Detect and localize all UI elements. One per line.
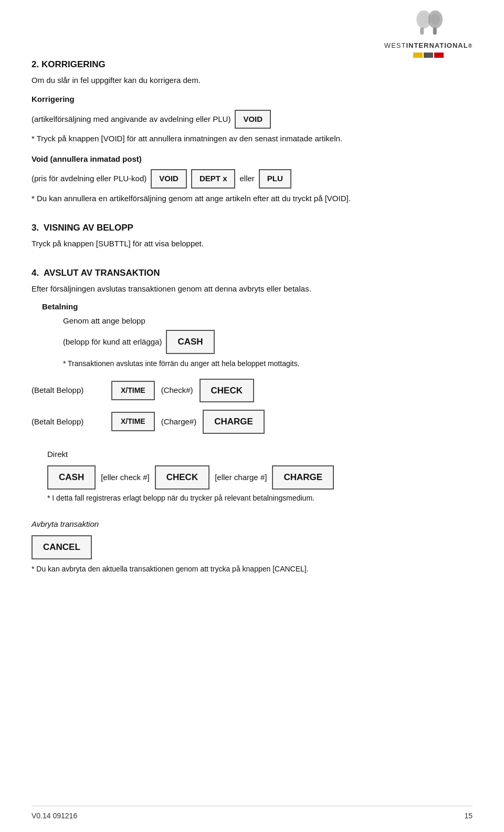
betalning-subsection: Betalning Genom att ange belopp (belopp … (32, 301, 472, 434)
avbryta-star-note: * Du kan avbryta den aktuella transaktio… (32, 564, 472, 575)
charge-key-1: CHARGE (203, 410, 265, 434)
svg-rect-5 (433, 27, 437, 35)
footer: V0.14 091216 15 (32, 806, 472, 821)
section-2-heading: 2. KORRIGERING (32, 58, 472, 71)
svg-point-3 (430, 14, 440, 26)
section-3-heading: 3. VISNING AV BELOPP (32, 221, 472, 235)
korrigering-row: Korrigering (32, 93, 472, 106)
betalt-belopp-label-1: (Betalt Belopp) (32, 384, 105, 397)
betalning-cash-row: (belopp för kund att erlägga) CASH (63, 330, 472, 354)
korrigering-desc1: (artikelförsäljning med angivande av avd… (32, 113, 230, 126)
section-2-intro: Om du slår in fel uppgifter kan du korri… (32, 75, 472, 87)
void-note: * Du kan annullera en artikelförsäljning… (32, 193, 472, 205)
cash-key-2: CASH (47, 465, 96, 490)
void-subsection: Void (annullera inmatad post) (pris för … (32, 153, 472, 205)
cancel-key: CANCEL (32, 535, 92, 559)
section-4-heading: 4. AVSLUT AV TRANSAKTION (32, 266, 472, 280)
direkt-section: Direkt CASH [eller check #] CHECK [eller… (32, 449, 472, 504)
direkt-label: Direkt (47, 449, 472, 461)
void-key-2: VOID (151, 169, 187, 189)
dept-x-key: DEPT x (191, 169, 236, 189)
page-number: 15 (464, 810, 472, 821)
section-3-title: VISNING AV BELOPP (44, 223, 133, 233)
betalning-label: Betalning (42, 301, 472, 313)
xtime-key-1: X/TIME (111, 381, 155, 400)
eller-charge-label: [eller charge #] (215, 472, 267, 484)
korrigering-note: * Tryck på knappen [VOID] för att annull… (32, 133, 472, 145)
xtime-key-2: X/TIME (111, 412, 155, 431)
plu-key: PLU (259, 169, 291, 189)
section-2: 2. KORRIGERING Om du slår in fel uppgift… (32, 58, 472, 204)
section-3-number: 3. (32, 223, 39, 233)
betalning-row1: Genom att ange belopp (63, 315, 472, 327)
charge-key-2: CHARGE (272, 465, 334, 490)
version-label: V0.14 091216 (32, 810, 77, 821)
check-key-2: CHECK (155, 465, 209, 490)
section-2-title: KORRIGERING (41, 59, 106, 69)
svg-rect-4 (420, 27, 424, 35)
section-4: 4. AVSLUT AV TRANSAKTION Efter försäljni… (32, 266, 472, 575)
logo-icon (410, 11, 447, 39)
direkt-star-note: * I detta fall registreras erlagt belopp… (47, 493, 472, 504)
void-label: Void (annullera inmatad post) (32, 153, 472, 165)
betalt-belopp-label-2: (Betalt Belopp) (32, 416, 105, 428)
section-4-title: AVSLUT AV TRANSAKTION (44, 268, 160, 278)
korrigering-label: Korrigering (32, 93, 75, 106)
void-pris-label: (pris för avdelning eller PLU-kod) (32, 173, 146, 185)
korrigering-subsection: Korrigering (artikelförsäljning med angi… (32, 93, 472, 145)
void-key-1: VOID (235, 110, 271, 129)
korrigering-desc-row: (artikelförsäljning med angivande av avd… (32, 110, 472, 129)
avbryta-key-row: CANCEL (32, 535, 472, 559)
logo-area: WESTINTERNATIONAL® (384, 11, 472, 58)
eller-check-label: [eller check #] (101, 472, 150, 484)
payment-row-check: (Betalt Belopp) X/TIME (Check#) CHECK (32, 379, 472, 403)
void-key-row: (pris för avdelning eller PLU-kod) VOID … (32, 169, 472, 189)
charge-hash-label: (Charge#) (161, 416, 197, 428)
avbryta-label: Avbryta transaktion (32, 518, 472, 531)
payment-row-charge: (Betalt Belopp) X/TIME (Charge#) CHARGE (32, 410, 472, 434)
check-hash-label: (Check#) (161, 384, 193, 397)
eller-text-1: eller (239, 173, 254, 185)
logo-name: WESTINTERNATIONAL® (384, 40, 472, 51)
avbryta-section: Avbryta transaktion CANCEL * Du kan avbr… (32, 518, 472, 575)
section-4-desc: Efter försäljningen avslutas transaktion… (32, 283, 472, 295)
logo-bar (413, 53, 444, 58)
check-key-1: CHECK (200, 379, 254, 403)
betalning-star-note: * Transaktionen avslutas inte förrän du … (63, 358, 472, 369)
section-2-number: 2. (32, 59, 39, 69)
section-4-number: 4. (32, 268, 39, 278)
svg-point-2 (419, 14, 428, 26)
section-3-desc: Tryck på knappen [SUBTTL] för att visa b… (32, 238, 472, 250)
direkt-row: CASH [eller check #] CHECK [eller charge… (47, 465, 472, 490)
section-3: 3. VISNING AV BELOPP Tryck på knappen [S… (32, 221, 472, 249)
cash-key-1: CASH (166, 330, 214, 354)
page: WESTINTERNATIONAL® 2. KORRIGERING Om du … (0, 0, 504, 832)
belopp-label: (belopp för kund att erlägga) (63, 336, 162, 348)
